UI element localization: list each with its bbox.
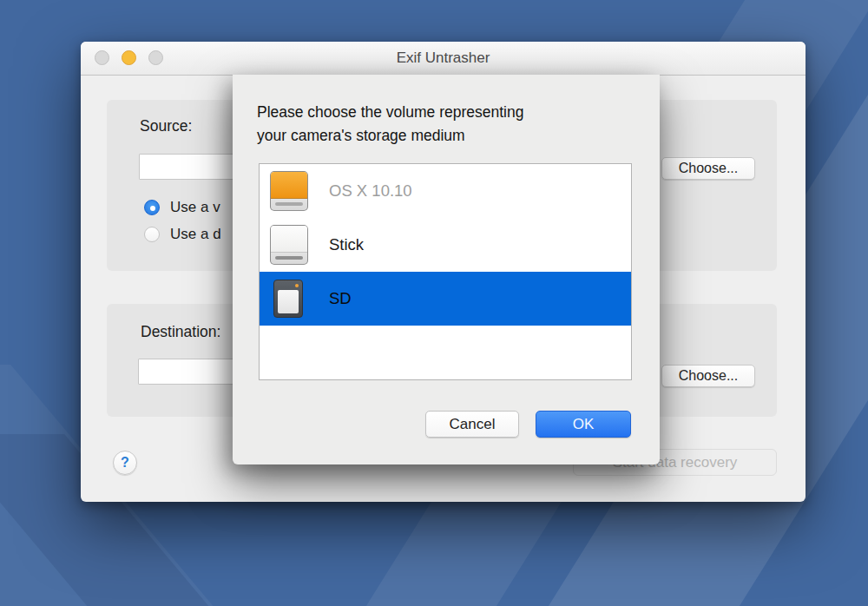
source-choose-button[interactable]: Choose...: [661, 157, 755, 180]
use-directory-radio-label: Use a d: [170, 226, 221, 243]
orange-disk-icon: [270, 170, 308, 212]
title-bar[interactable]: Exif Untrasher: [81, 42, 806, 76]
volume-name: SD: [329, 289, 352, 308]
ok-button[interactable]: OK: [536, 411, 631, 438]
window-title: Exif Untrasher: [81, 42, 806, 75]
volume-row-osx[interactable]: OS X 10.10: [260, 164, 631, 218]
use-volume-radio-label: Use a v: [170, 199, 220, 216]
volume-list[interactable]: OS X 10.10 Stick SD: [259, 163, 632, 380]
volume-row-stick[interactable]: Stick: [260, 218, 631, 272]
white-disk-icon: [270, 224, 308, 266]
use-volume-radio[interactable]: [144, 200, 160, 215]
volume-chooser-dialog: Please choose the volume representing yo…: [233, 75, 660, 464]
volume-name: OS X 10.10: [329, 181, 412, 201]
destination-label: Destination:: [141, 323, 220, 341]
dialog-message-line2: your camera's storage medium: [257, 124, 639, 148]
help-button[interactable]: ?: [113, 451, 137, 475]
dialog-message: Please choose the volume representing yo…: [257, 101, 639, 148]
source-label: Source:: [140, 117, 192, 135]
use-directory-radio[interactable]: [144, 227, 160, 242]
destination-choose-button[interactable]: Choose...: [661, 365, 755, 387]
sd-card-icon: [270, 278, 308, 319]
volume-row-sd[interactable]: SD: [260, 272, 631, 326]
volume-name: Stick: [329, 235, 364, 254]
dialog-message-line1: Please choose the volume representing: [257, 101, 639, 124]
cancel-button[interactable]: Cancel: [425, 411, 519, 438]
